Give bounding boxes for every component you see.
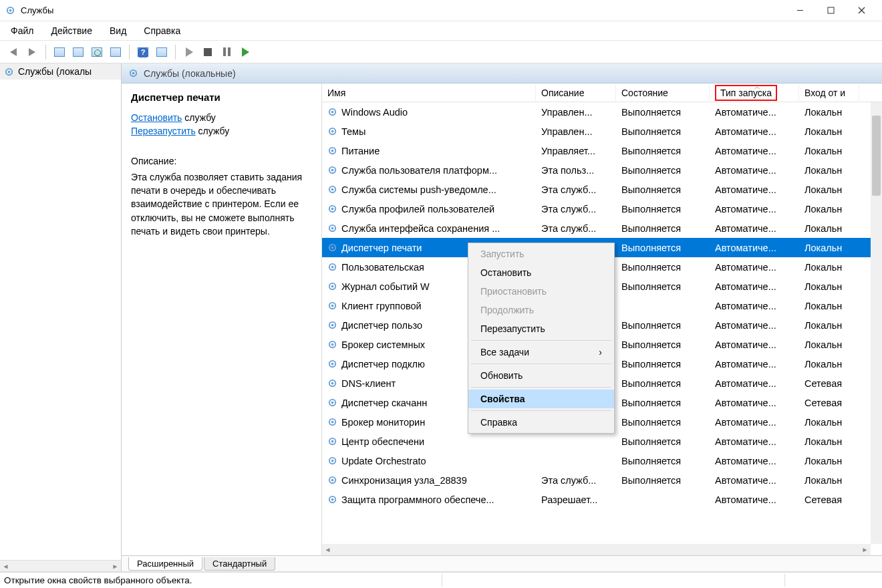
svg-rect-3 <box>828 7 834 13</box>
list-header: Имя Описание Состояние Тип запуска ︿ Вхо… <box>322 84 882 102</box>
ctx-restart[interactable]: Перезапустить <box>468 319 614 338</box>
tree-hscroll[interactable]: ◄ ► <box>0 560 121 571</box>
menu-help[interactable]: Справка <box>141 24 183 37</box>
ctx-stop[interactable]: Остановить <box>468 263 614 282</box>
svg-point-9 <box>132 72 135 75</box>
ctx-pause: Приостановить <box>468 282 614 301</box>
pause-service-button[interactable] <box>218 44 235 60</box>
service-name: Диспетчер пользо <box>341 320 422 331</box>
service-logon: Сетевая <box>799 492 859 508</box>
ctx-continue: Продолжить <box>468 301 614 319</box>
stop-service-button[interactable] <box>200 44 216 60</box>
maximize-button[interactable] <box>815 1 846 21</box>
tab-standard[interactable]: Стандартный <box>204 557 275 571</box>
ctx-separator <box>471 340 611 341</box>
col-logon[interactable]: Вход от и <box>799 85 859 101</box>
tab-extended[interactable]: Расширенный <box>128 557 202 571</box>
svg-point-51 <box>331 498 334 501</box>
gear-icon <box>327 204 337 214</box>
vertical-scrollbar[interactable] <box>871 102 882 544</box>
horizontal-scrollbar[interactable]: ◄ ► <box>322 544 871 555</box>
scroll-right-icon[interactable]: ► <box>110 561 121 572</box>
table-row[interactable]: Центр обеспечениВыполняетсяАвтоматиче...… <box>322 432 882 451</box>
svg-point-15 <box>331 150 334 152</box>
scroll-right-icon[interactable]: ► <box>859 544 871 555</box>
minimize-button[interactable] <box>784 1 815 21</box>
scroll-left-icon[interactable]: ◄ <box>0 561 11 572</box>
table-row[interactable]: Служба пользователя платформ...Эта польз… <box>322 160 882 180</box>
ctx-all-tasks[interactable]: Все задачи › <box>468 343 614 361</box>
ctx-help[interactable]: Справка <box>468 413 614 432</box>
right-panel: Службы (локальные) Диспетчер печати Оста… <box>122 63 882 571</box>
gear-icon <box>327 436 337 446</box>
service-startup: Автоматиче... <box>710 298 799 314</box>
table-row[interactable]: Защита программного обеспече...Разрешает… <box>322 490 882 509</box>
service-startup: Автоматиче... <box>710 220 799 237</box>
service-state: Выполняется <box>616 434 710 450</box>
toolbar <box>0 41 882 63</box>
ctx-refresh[interactable]: Обновить <box>468 366 614 385</box>
service-logon: Локальн <box>799 143 859 159</box>
chevron-right-icon: › <box>599 347 602 357</box>
gear-icon <box>327 184 337 194</box>
svg-point-39 <box>331 382 334 385</box>
titlebar: Службы <box>0 0 882 21</box>
gear-icon <box>327 301 337 311</box>
stop-service-link[interactable]: Остановить <box>131 112 182 123</box>
table-row[interactable]: Windows AudioУправлен...ВыполняетсяАвтом… <box>322 102 882 122</box>
svg-point-1 <box>9 9 12 12</box>
menu-file[interactable]: Файл <box>8 24 36 37</box>
service-logon: Локальн <box>799 414 859 430</box>
service-name: Служба системы push-уведомле... <box>341 184 496 195</box>
service-desc <box>536 458 616 464</box>
service-name: Брокер системных <box>341 339 425 350</box>
table-row[interactable]: Синхронизация узла_28839Эта служб...Выпо… <box>322 470 882 490</box>
menu-view[interactable]: Вид <box>107 24 129 37</box>
table-row[interactable]: Служба интерфейса сохранения ...Эта служ… <box>322 218 882 238</box>
forward-button[interactable] <box>24 44 40 60</box>
service-state: Выполняется <box>616 472 710 488</box>
service-state: Выполняется <box>616 376 710 392</box>
service-desc: Управлен... <box>536 104 616 120</box>
stop-suffix: службу <box>182 112 215 123</box>
service-startup: Автоматиче... <box>710 317 799 333</box>
scroll-thumb[interactable] <box>872 116 881 196</box>
col-state[interactable]: Состояние <box>616 85 710 101</box>
refresh-toolbar-button[interactable] <box>89 44 105 60</box>
show-hide-tree-button[interactable] <box>51 44 67 60</box>
tree-root-item[interactable]: Службы (локалы <box>0 63 121 80</box>
scroll-left-icon[interactable]: ◄ <box>322 544 333 555</box>
service-startup: Автоматиче... <box>710 376 799 392</box>
restart-service-button[interactable] <box>237 44 253 60</box>
col-name[interactable]: Имя <box>322 85 536 101</box>
service-state: Выполняется <box>616 356 710 372</box>
table-row[interactable]: ТемыУправлен...ВыполняетсяАвтоматиче...Л… <box>322 122 882 141</box>
toolbar-separator <box>175 45 176 59</box>
table-row[interactable]: Служба профилей пользователейЭта служб..… <box>322 199 882 218</box>
table-row[interactable]: Update OrchestratoВыполняетсяАвтоматиче.… <box>322 451 882 470</box>
back-button[interactable] <box>5 44 21 60</box>
svg-point-47 <box>331 460 334 462</box>
restart-service-link[interactable]: Перезапустить <box>131 126 196 136</box>
action-pane-button[interactable] <box>154 44 170 60</box>
gear-icon <box>327 165 337 175</box>
service-state <box>616 497 710 502</box>
service-name: Служба пользователя платформ... <box>341 165 497 176</box>
start-service-button[interactable] <box>181 44 197 60</box>
table-row[interactable]: Служба системы push-уведомле...Эта служб… <box>322 180 882 199</box>
table-row[interactable]: ПитаниеУправляет...ВыполняетсяАвтоматиче… <box>322 141 882 160</box>
close-button[interactable] <box>846 1 877 21</box>
svg-point-27 <box>331 266 334 269</box>
menu-action[interactable]: Действие <box>48 24 95 37</box>
col-startup[interactable]: Тип запуска ︿ <box>710 85 799 101</box>
ctx-start: Запустить <box>468 245 614 263</box>
help-toolbar-button[interactable] <box>135 44 151 60</box>
gear-icon <box>327 398 337 408</box>
service-name: Windows Audio <box>341 107 408 118</box>
service-logon: Локальн <box>799 317 859 333</box>
properties-toolbar-button[interactable] <box>70 44 86 60</box>
col-desc[interactable]: Описание <box>536 85 616 101</box>
export-button[interactable] <box>108 44 124 60</box>
ctx-properties[interactable]: Свойства <box>468 390 614 408</box>
statusbar: Открытие окна свойств выбранного объекта… <box>0 572 882 588</box>
